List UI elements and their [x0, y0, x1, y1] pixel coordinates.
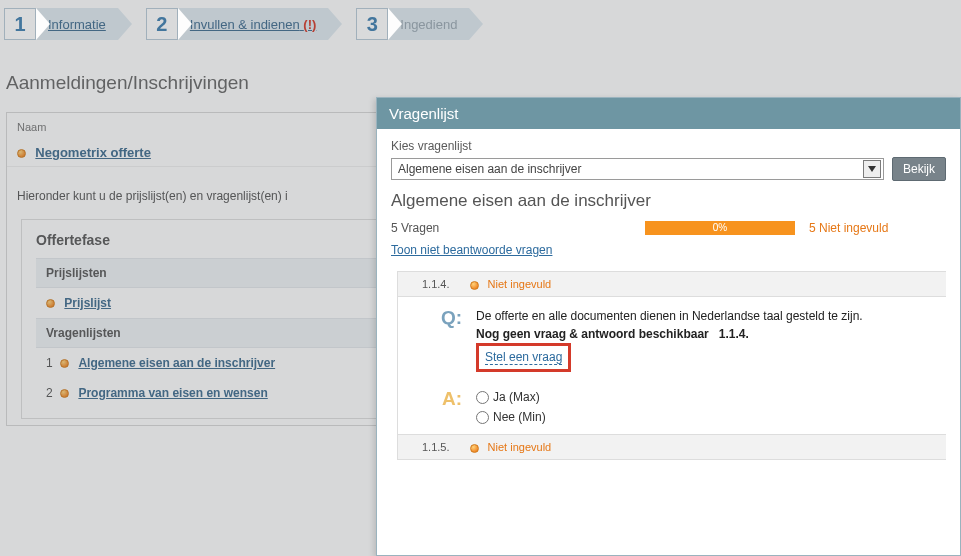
answer-option-no[interactable]: Nee (Min) — [476, 408, 936, 426]
status-badge: Niet ingevuld — [488, 441, 552, 453]
vragenlijst-link[interactable]: Algemene eisen aan de inschrijver — [78, 356, 275, 370]
vragenlijst-dialog: Vragenlijst Kies vragenlijst Algemene ei… — [376, 97, 961, 556]
bekijk-button[interactable]: Bekijk — [892, 157, 946, 181]
answer-option-yes[interactable]: Ja (Max) — [476, 388, 936, 406]
status-dot-icon — [470, 444, 479, 453]
question-text: De offerte en alle documenten dienen in … — [476, 307, 936, 325]
q-label: Q: — [438, 307, 462, 372]
questionlist-title: Algemene eisen aan de inschrijver — [391, 191, 946, 211]
show-unanswered-link[interactable]: Toon niet beantwoorde vragen — [391, 243, 552, 257]
question-subcode: 1.1.4. — [719, 327, 749, 341]
step-number: 3 — [356, 8, 388, 40]
vragenlijst-select[interactable]: Algemene eisen aan de inschrijver — [391, 158, 884, 180]
question-number: 1.1.5. — [422, 441, 450, 453]
status-dot-icon — [60, 389, 69, 398]
chevron-down-icon[interactable] — [863, 160, 881, 178]
step-2[interactable]: 2 Invullen & indienen (!) — [146, 6, 342, 42]
vragenlijst-link[interactable]: Programma van eisen en wensen — [78, 386, 267, 400]
status-dot-icon — [17, 149, 26, 158]
prijslijst-link[interactable]: Prijslijst — [64, 296, 111, 310]
step-number: 2 — [146, 8, 178, 40]
radio-no[interactable] — [476, 411, 489, 424]
question-header: 1.1.4. Niet ingevuld — [398, 271, 946, 297]
status-dot-icon — [46, 299, 55, 308]
step-number: 1 — [4, 8, 36, 40]
ask-question-link[interactable]: Stel een vraag — [485, 350, 562, 365]
a-label: A: — [438, 388, 462, 428]
status-dot-icon — [470, 281, 479, 290]
dialog-title: Vragenlijst — [377, 98, 960, 129]
select-label: Kies vragenlijst — [391, 139, 946, 153]
question-header: 1.1.5. Niet ingevuld — [398, 434, 946, 460]
question-row: Q: De offerte en alle documenten dienen … — [398, 297, 946, 378]
step-label[interactable]: Invullen & indienen (!) — [178, 8, 328, 40]
question-number: 1.1.4. — [422, 278, 450, 290]
question-subtext: Nog geen vraag & antwoord beschikbaar — [476, 327, 709, 341]
alert-icon: (!) — [303, 17, 316, 32]
remaining-count: 5 Niet ingevuld — [809, 221, 888, 235]
ask-question-highlight: Stel een vraag — [476, 343, 571, 372]
radio-yes[interactable] — [476, 391, 489, 404]
progress-bar: 0% — [645, 221, 795, 235]
question-list: 1.1.4. Niet ingevuld Q: De offerte en al… — [397, 271, 946, 460]
wizard-steps: 1 Informatie 2 Invullen & indienen (!) 3… — [0, 0, 961, 52]
step-3: 3 Ingediend — [356, 6, 483, 42]
answer-row: A: Ja (Max) Nee (Min) — [398, 378, 946, 434]
status-dot-icon — [60, 359, 69, 368]
offer-link[interactable]: Negometrix offerte — [35, 145, 151, 160]
status-badge: Niet ingevuld — [488, 278, 552, 290]
step-1[interactable]: 1 Informatie — [4, 6, 132, 42]
question-count: 5 Vragen — [391, 221, 631, 235]
select-value: Algemene eisen aan de inschrijver — [398, 162, 581, 176]
progress-row: 5 Vragen 0% 5 Niet ingevuld — [391, 221, 946, 235]
